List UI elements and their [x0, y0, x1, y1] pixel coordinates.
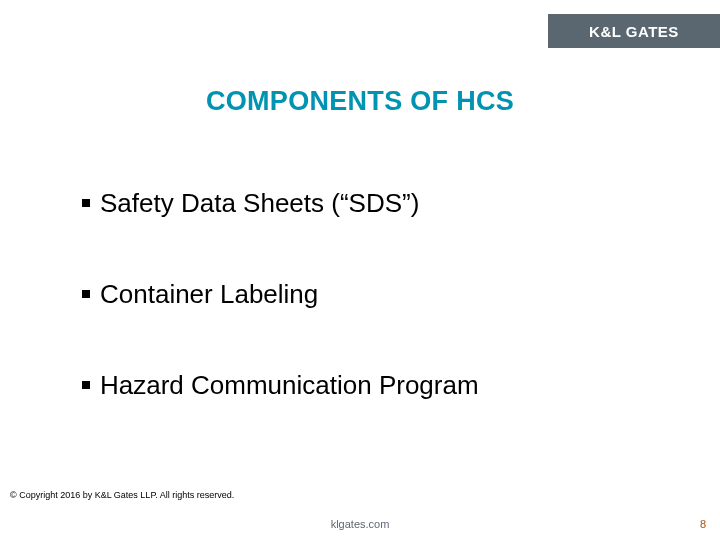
bullet-marker-icon: [82, 199, 90, 207]
copyright-text: © Copyright 2016 by K&L Gates LLP. All r…: [10, 490, 234, 500]
bullet-marker-icon: [82, 290, 90, 298]
list-item: Container Labeling: [82, 279, 660, 310]
bullet-text: Hazard Communication Program: [100, 370, 479, 401]
bullet-marker-icon: [82, 381, 90, 389]
brand-logo-text: K&L GATES: [589, 23, 679, 40]
footer-site: klgates.com: [0, 518, 720, 530]
slide-title: COMPONENTS OF HCS: [0, 86, 720, 117]
list-item: Hazard Communication Program: [82, 370, 660, 401]
page-number: 8: [700, 518, 706, 530]
bullet-list: Safety Data Sheets (“SDS”) Container Lab…: [82, 188, 660, 461]
list-item: Safety Data Sheets (“SDS”): [82, 188, 660, 219]
bullet-text: Container Labeling: [100, 279, 318, 310]
bullet-text: Safety Data Sheets (“SDS”): [100, 188, 419, 219]
brand-logo: K&L GATES: [548, 14, 720, 48]
